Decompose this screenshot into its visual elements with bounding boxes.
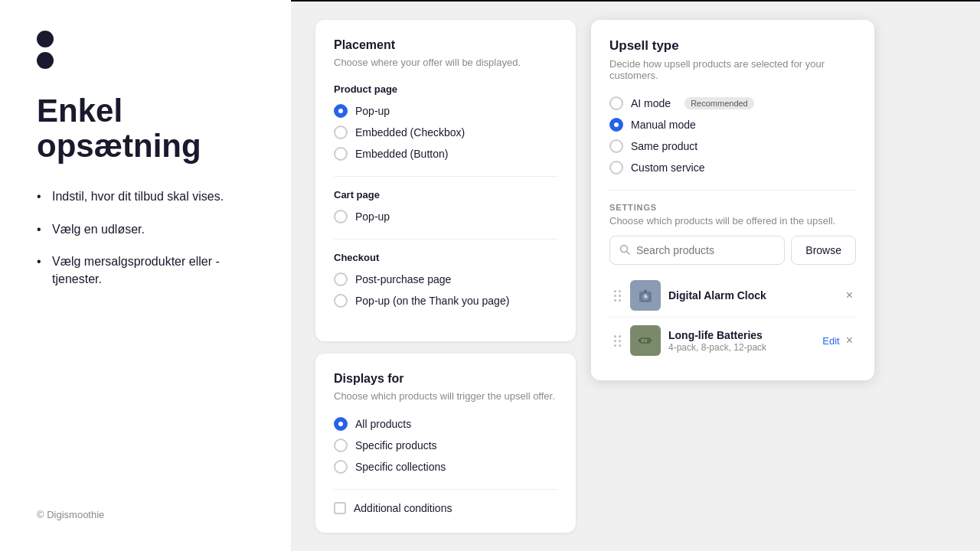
product-row-battery: Long-life Batteries 4-pack, 8-pack, 12-p… [609, 319, 856, 362]
product-info-battery: Long-life Batteries 4-pack, 8-pack, 12-p… [668, 329, 815, 353]
displays-title: Displays for [334, 372, 557, 386]
svg-rect-9 [642, 339, 644, 342]
option-thankyou-popup[interactable]: Pop-up (on the Thank you page) [334, 294, 557, 308]
edit-battery-link[interactable]: Edit [822, 335, 839, 347]
logo-dot-top [37, 31, 54, 47]
product-list: Digital Alarm Clock × [609, 274, 856, 362]
product-thumb-battery [630, 325, 661, 356]
radio-same-product [609, 139, 623, 153]
upsell-divider [609, 190, 856, 191]
close-alarm-button[interactable]: × [846, 289, 853, 302]
option-ai-mode[interactable]: AI mode Recommended [609, 96, 856, 110]
cart-page-label: Cart page [334, 189, 557, 201]
footer: © Digismoothie [37, 509, 254, 520]
search-input[interactable] [636, 236, 775, 264]
sidebar: Enkelopsætning Indstil, hvor dit tilbud … [0, 0, 291, 551]
radio-ai-mode [609, 96, 623, 110]
radio-specific-collections [334, 460, 348, 474]
search-icon [619, 244, 630, 257]
browse-button[interactable]: Browse [791, 236, 856, 265]
product-name-alarm: Digital Alarm Clock [668, 289, 838, 302]
upsell-subtitle: Decide how upsell products are selected … [609, 58, 856, 81]
divider-2 [334, 239, 557, 240]
displays-card: Displays for Choose which products will … [315, 354, 576, 533]
radio-popup [334, 104, 348, 118]
bullet-2: Vælg en udløser. [37, 221, 254, 238]
option-custom-service[interactable]: Custom service [609, 161, 856, 174]
product-page-label: Product page [334, 83, 557, 95]
settings-subtitle: Choose which products will be offered in… [609, 215, 856, 227]
svg-line-1 [627, 251, 630, 254]
divider-1 [334, 176, 557, 177]
svg-rect-11 [639, 339, 640, 342]
upsell-options: AI mode Recommended Manual mode Same pro… [609, 96, 856, 174]
radio-specific-products [334, 439, 348, 452]
additional-conditions-item[interactable]: Additional conditions [334, 502, 557, 514]
svg-rect-6 [644, 290, 647, 292]
option-post-purchase[interactable]: Post-purchase page [334, 272, 557, 286]
displays-options: All products Specific products Specific … [334, 417, 557, 474]
settings-label: SETTINGS [609, 203, 856, 212]
recommended-badge: Recommended [684, 97, 754, 109]
logo-dot-bottom [37, 52, 54, 69]
radio-embedded-checkbox [334, 126, 348, 139]
svg-rect-8 [651, 340, 652, 341]
sidebar-bullets: Indstil, hvor dit tilbud skal vises. Væl… [37, 188, 254, 288]
option-manual-mode[interactable]: Manual mode [609, 118, 856, 132]
placement-card: Placement Choose where your offer will b… [315, 20, 576, 341]
placement-subtitle: Choose where your offer will be displaye… [334, 57, 557, 68]
checkbox-additional [334, 502, 346, 514]
option-all-products[interactable]: All products [334, 417, 557, 431]
sidebar-title: Enkelopsætning [37, 93, 254, 164]
search-input-wrap[interactable] [609, 236, 785, 265]
radio-manual-mode [609, 118, 623, 132]
product-variants-battery: 4-pack, 8-pack, 12-pack [668, 342, 815, 353]
divider-displays [334, 489, 557, 490]
close-battery-button[interactable]: × [846, 334, 853, 347]
svg-rect-10 [645, 339, 647, 342]
drag-handle-alarm[interactable] [612, 289, 622, 303]
product-actions-battery: Edit × [822, 334, 853, 347]
cart-page-options: Pop-up [334, 210, 557, 223]
option-embedded-button[interactable]: Embedded (Button) [334, 147, 557, 161]
option-specific-products[interactable]: Specific products [334, 439, 557, 452]
product-row-alarm: Digital Alarm Clock × [609, 274, 856, 318]
radio-thankyou-popup [334, 294, 348, 308]
left-panel: Placement Choose where your offer will b… [315, 20, 576, 533]
placement-title: Placement [334, 38, 557, 52]
option-cart-popup[interactable]: Pop-up [334, 210, 557, 223]
product-actions-alarm: × [846, 289, 853, 302]
product-page-options: Pop-up Embedded (Checkbox) Embedded (But… [334, 104, 557, 161]
product-thumb-alarm [630, 280, 661, 311]
radio-all-products [334, 417, 348, 431]
main-area: Placement Choose where your offer will b… [291, 0, 980, 551]
product-name-battery: Long-life Batteries [668, 329, 815, 341]
drag-handle-battery[interactable] [612, 334, 622, 348]
bullet-1: Indstil, hvor dit tilbud skal vises. [37, 188, 254, 205]
radio-custom-service [609, 161, 623, 174]
radio-cart-popup [334, 210, 348, 223]
displays-subtitle: Choose which products will trigger the u… [334, 390, 557, 402]
option-embedded-checkbox[interactable]: Embedded (Checkbox) [334, 126, 557, 139]
logo [37, 31, 254, 69]
search-row: Browse [609, 236, 856, 265]
checkout-label: Checkout [334, 252, 557, 263]
upsell-card: Upsell type Decide how upsell products a… [591, 20, 874, 380]
content-wrapper: Placement Choose where your offer will b… [291, 2, 980, 551]
bullet-3: Vælg mersalgsprodukter eller -tjenester. [37, 253, 254, 288]
upsell-title: Upsell type [609, 38, 856, 54]
option-same-product[interactable]: Same product [609, 139, 856, 153]
radio-embedded-button [334, 147, 348, 161]
radio-post-purchase [334, 272, 348, 286]
product-info-alarm: Digital Alarm Clock [668, 289, 838, 302]
checkout-options: Post-purchase page Pop-up (on the Thank … [334, 272, 557, 308]
option-popup[interactable]: Pop-up [334, 104, 557, 118]
option-specific-collections[interactable]: Specific collections [334, 460, 557, 474]
